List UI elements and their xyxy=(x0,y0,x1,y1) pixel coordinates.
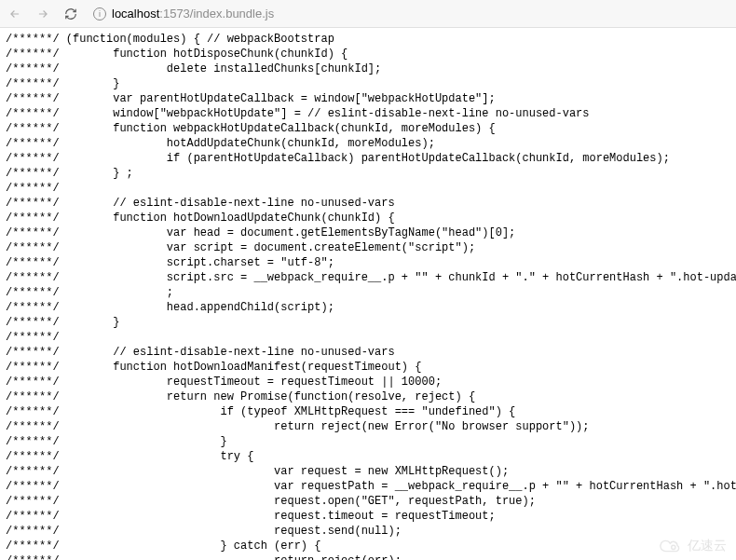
back-button[interactable] xyxy=(6,5,24,23)
arrow-left-icon xyxy=(8,7,21,20)
url-bar[interactable]: i localhost:1573/index.bundle.js xyxy=(89,7,730,20)
browser-toolbar: i localhost:1573/index.bundle.js xyxy=(0,0,736,28)
reload-button[interactable] xyxy=(61,5,80,23)
forward-button[interactable] xyxy=(34,5,52,23)
url-path: :1573/index.bundle.js xyxy=(159,7,274,20)
reload-icon xyxy=(64,7,77,20)
source-code: /******/ (function(modules) { // webpack… xyxy=(0,28,736,560)
arrow-right-icon xyxy=(36,7,49,20)
url-host: localhost xyxy=(112,7,159,20)
info-icon[interactable]: i xyxy=(93,7,106,20)
